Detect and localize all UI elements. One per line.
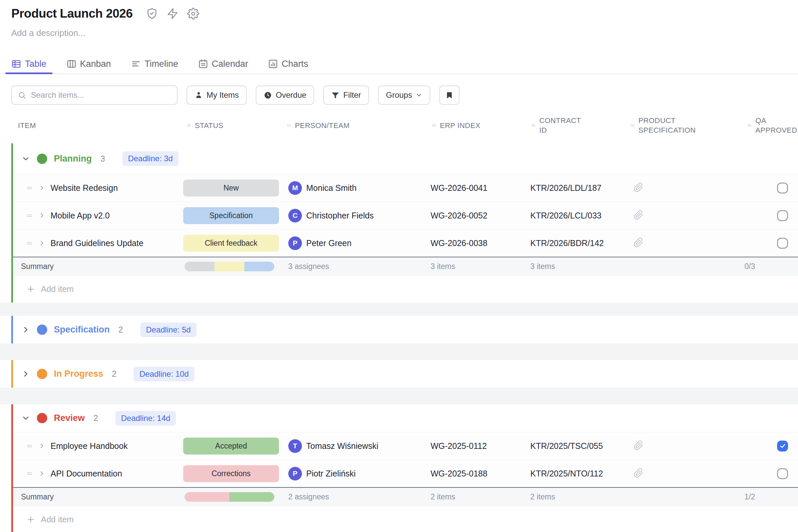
avatar: P <box>288 236 302 250</box>
drag-handle-icon[interactable] <box>25 470 33 477</box>
qa-checkbox[interactable] <box>777 183 788 193</box>
bookmark-button[interactable] <box>439 86 459 105</box>
tab-table[interactable]: Table <box>5 54 53 74</box>
group-color-dot <box>37 154 47 164</box>
item-title[interactable]: API Documentation <box>51 469 122 478</box>
group-color-dot <box>37 413 47 423</box>
column-header-spec[interactable]: PRODUCT SPECIFICATION <box>625 116 740 135</box>
group-header[interactable]: Review 2 Deadline: 14d <box>13 404 798 432</box>
item-title[interactable]: Website Redesign <box>51 183 118 193</box>
paperclip-icon[interactable] <box>633 440 644 451</box>
drag-handle-icon[interactable] <box>25 240 33 247</box>
table-row[interactable]: Brand Guidelines Update Client feedback … <box>13 229 798 257</box>
paperclip-icon[interactable] <box>633 182 644 192</box>
bar-segment <box>229 492 274 502</box>
avatar: T <box>288 439 302 453</box>
collapse-chevron-icon[interactable] <box>21 369 30 378</box>
filter-button[interactable]: Filter <box>323 86 369 105</box>
expand-chevron-icon[interactable] <box>38 240 45 247</box>
column-header-item[interactable]: ITEM <box>11 121 179 130</box>
paperclip-icon[interactable] <box>633 238 644 248</box>
table-row[interactable]: Website Redesign New MMonica Smith WG-20… <box>13 174 798 202</box>
expand-chevron-icon[interactable] <box>38 442 45 450</box>
gear-icon[interactable] <box>187 8 199 20</box>
search-box[interactable] <box>11 86 177 105</box>
groups-button[interactable]: Groups <box>378 86 431 105</box>
column-header-person[interactable]: PERSON/TEAM <box>279 121 425 130</box>
person-name: Tomasz Wiśniewski <box>306 441 378 451</box>
erp-index-value: WG-2025-0188 <box>425 469 525 478</box>
collapse-chevron-icon[interactable] <box>21 325 30 334</box>
status-pill[interactable]: Specification <box>183 207 279 224</box>
paperclip-icon[interactable] <box>633 468 644 478</box>
status-pill[interactable]: Corrections <box>183 465 279 482</box>
add-item-button[interactable]: Add item <box>13 275 798 303</box>
avatar: C <box>288 209 302 223</box>
summary-erp-count: 2 items <box>425 492 525 501</box>
group-name[interactable]: Specification <box>54 324 110 335</box>
qa-checkbox[interactable] <box>777 238 788 249</box>
table-row[interactable]: API Documentation Corrections PPiotr Zie… <box>13 459 798 487</box>
summary-contract-count: 3 items <box>525 262 625 271</box>
qa-checkbox[interactable] <box>777 210 788 221</box>
expand-chevron-icon[interactable] <box>38 184 45 191</box>
group-name[interactable]: In Progress <box>54 369 103 379</box>
group-header[interactable]: Planning 3 Deadline: 3d <box>13 143 798 174</box>
item-title[interactable]: Brand Guidelines Update <box>51 239 143 248</box>
item-title[interactable]: Employee Handbook <box>51 441 128 451</box>
drag-handle-icon[interactable] <box>25 184 33 192</box>
group-gap <box>0 343 798 360</box>
group-in-progress: In Progress 2 Deadline: 10d <box>11 360 798 388</box>
column-drag-icon <box>629 122 635 128</box>
erp-index-value: WG-2026-0041 <box>425 183 525 193</box>
status-pill[interactable]: Accepted <box>183 438 279 455</box>
status-pill[interactable]: Client feedback <box>183 235 279 252</box>
zap-icon[interactable] <box>167 8 178 20</box>
tab-timeline[interactable]: Timeline <box>125 54 184 74</box>
table-row[interactable]: Employee Handbook Accepted TTomasz Wiśni… <box>13 432 798 459</box>
tab-charts[interactable]: Charts <box>262 54 314 74</box>
clock-icon <box>264 91 272 99</box>
collapse-chevron-icon[interactable] <box>21 414 30 423</box>
group-header[interactable]: Specification 2 Deadline: 5d <box>13 316 798 343</box>
qa-checkbox[interactable] <box>777 468 788 479</box>
column-drag-icon <box>530 122 536 128</box>
add-item-button[interactable]: Add item <box>13 506 798 532</box>
shield-check-icon[interactable] <box>146 8 158 20</box>
group-name[interactable]: Review <box>54 413 85 423</box>
column-header-erp[interactable]: ERP INDEX <box>425 121 525 130</box>
my-items-button[interactable]: My Items <box>187 86 247 105</box>
expand-chevron-icon[interactable] <box>38 212 45 219</box>
plus-icon <box>26 285 35 293</box>
chevron-down-icon <box>416 92 422 98</box>
item-title[interactable]: Mobile App v2.0 <box>51 211 110 221</box>
contract-id-value: KTR/2026/BDR/142 <box>525 239 625 248</box>
contract-id-value: KTR/2025/TSC/055 <box>525 441 625 451</box>
summary-contract-count: 2 items <box>525 492 625 501</box>
summary-erp-count: 3 items <box>425 262 525 271</box>
qa-checkbox-checked[interactable] <box>777 440 788 452</box>
tab-kanban[interactable]: Kanban <box>60 54 117 74</box>
expand-chevron-icon[interactable] <box>38 470 45 477</box>
paperclip-icon[interactable] <box>633 210 644 220</box>
column-header-status[interactable]: STATUS <box>179 121 279 130</box>
status-pill[interactable]: New <box>183 179 279 196</box>
drag-handle-icon[interactable] <box>25 442 33 450</box>
status-distribution-bar <box>185 492 274 502</box>
tab-calendar[interactable]: Calendar <box>192 54 254 74</box>
overdue-button[interactable]: Overdue <box>256 86 314 105</box>
person-name: Peter Green <box>306 239 352 248</box>
collapse-chevron-icon[interactable] <box>21 154 30 163</box>
group-specification: Specification 2 Deadline: 5d <box>11 316 798 343</box>
search-input[interactable] <box>31 91 171 100</box>
column-header-qa[interactable]: QA APPROVED <box>740 116 798 135</box>
description-input[interactable]: Add a description... <box>11 28 785 38</box>
column-header-contract[interactable]: CONTRACT ID <box>525 116 625 135</box>
drag-handle-icon[interactable] <box>25 212 33 220</box>
group-name[interactable]: Planning <box>54 154 92 164</box>
summary-qa-ratio: 0/3 <box>740 262 798 271</box>
group-summary-row: Summary 3 assignees 3 items 3 items 0/3 <box>13 257 798 275</box>
group-header[interactable]: In Progress 2 Deadline: 10d <box>13 360 798 388</box>
funnel-icon <box>331 91 340 99</box>
table-row[interactable]: Mobile App v2.0 Specification CChristoph… <box>13 202 798 229</box>
